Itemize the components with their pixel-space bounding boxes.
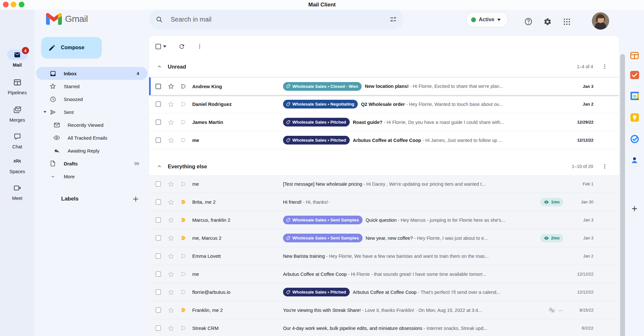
select-caret-icon[interactable] (163, 45, 166, 48)
email-checkbox[interactable] (156, 84, 161, 89)
sidebar-item-sent[interactable]: Sent (36, 106, 147, 118)
email-row[interactable]: me, Marcus 2Wholesale Sales • Sent Sampl… (149, 229, 619, 247)
pipeline-stage-badge[interactable]: Wholesale Sales • Sent Samples (283, 234, 363, 242)
star-icon[interactable] (167, 289, 175, 296)
refresh-button[interactable] (176, 41, 187, 52)
sidebar-item-awaiting-reply[interactable]: Awaiting Reply (36, 144, 147, 157)
rail-item-chat[interactable]: Chat (0, 131, 34, 149)
pipeline-stage-badge[interactable]: Wholesale Sales • Pitched (283, 136, 350, 145)
collapse-chevron-icon[interactable] (156, 64, 163, 69)
email-row[interactable]: florrie@arbutus.ioWholesale Sales • Pitc… (149, 283, 619, 301)
star-icon[interactable] (167, 101, 175, 108)
email-checkbox[interactable] (156, 101, 161, 107)
star-icon[interactable] (167, 137, 175, 144)
importance-marker-icon[interactable] (180, 83, 187, 90)
pipeline-stage-badge[interactable]: Wholesale Sales • Pitched (283, 288, 350, 296)
star-icon[interactable] (167, 325, 175, 332)
email-row[interactable]: Marcus, franklin 2Wholesale Sales • Sent… (149, 211, 619, 229)
star-icon[interactable] (167, 253, 175, 260)
pipeline-stage-badge[interactable]: Wholesale Sales • Sent Samples (283, 216, 363, 224)
email-row[interactable]: Franklin, me 2You're viewing this with S… (149, 301, 619, 319)
search-options-icon[interactable] (389, 15, 397, 23)
importance-marker-icon[interactable] (180, 234, 187, 242)
search-input[interactable] (170, 15, 389, 23)
search-bar[interactable] (149, 9, 403, 29)
sidebar-item-inbox[interactable]: Inbox4 (36, 67, 147, 80)
importance-marker-icon[interactable] (180, 216, 187, 224)
importance-marker-icon[interactable] (180, 136, 187, 144)
add-label-button[interactable] (131, 194, 140, 204)
streak-tracking-button[interactable] (628, 69, 641, 81)
settings-button[interactable] (542, 16, 553, 27)
importance-marker-icon[interactable] (180, 270, 187, 278)
importance-marker-icon[interactable] (180, 180, 187, 188)
star-icon[interactable] (167, 217, 175, 224)
pipeline-stage-badge[interactable]: Wholesale Sales • Negotiating (283, 100, 358, 108)
sidebar-item-recently-viewed[interactable]: Recently Viewed (36, 118, 147, 131)
keep-button[interactable] (628, 111, 641, 124)
rail-item-mail[interactable]: 4Mail (0, 50, 34, 68)
email-checkbox[interactable] (156, 137, 161, 143)
importance-marker-icon[interactable] (180, 252, 187, 260)
section-menu-button[interactable] (600, 62, 609, 71)
streak-pipelines-button[interactable] (628, 49, 641, 62)
email-row[interactable]: James MartinWholesale Sales • PitchedRoa… (149, 113, 619, 131)
select-all-checkbox[interactable] (156, 44, 161, 49)
email-checkbox[interactable] (156, 253, 161, 259)
sidebar-item-snoozed[interactable]: Snoozed (36, 93, 147, 106)
importance-marker-icon[interactable] (180, 288, 187, 296)
collapse-triangle-icon[interactable] (41, 111, 49, 113)
sidebar-item-all-tracked[interactable]: All Tracked Emails (36, 131, 147, 144)
email-row[interactable]: Brita, me 2Hi friend! - Hi, thanks!·1moJ… (149, 193, 619, 211)
importance-marker-icon[interactable] (180, 118, 187, 126)
star-icon[interactable] (167, 119, 175, 126)
email-checkbox[interactable] (156, 217, 161, 223)
section-menu-button[interactable] (600, 162, 609, 171)
importance-marker-icon[interactable] (180, 324, 187, 332)
importance-marker-icon[interactable] (180, 306, 187, 314)
email-row[interactable]: me[Test message] New wholesale pricing -… (149, 175, 619, 193)
sidebar-item-drafts[interactable]: Drafts99 (36, 157, 147, 170)
star-icon[interactable] (167, 271, 175, 278)
email-checkbox[interactable] (156, 119, 161, 125)
rail-item-pipelines[interactable]: Pipelines (0, 77, 34, 95)
email-row[interactable]: meArbutus Coffee at Coffee Coop - Hi Flo… (149, 265, 619, 283)
importance-marker-icon[interactable] (180, 198, 187, 206)
email-checkbox[interactable] (156, 307, 161, 313)
get-addons-button[interactable] (628, 202, 641, 215)
scrollbar[interactable] (620, 54, 625, 336)
status-dropdown[interactable]: Active (466, 12, 508, 27)
star-icon[interactable] (167, 235, 175, 242)
rail-item-merges[interactable]: Merges (0, 105, 34, 123)
email-checkbox[interactable] (156, 325, 161, 331)
pipeline-stage-badge[interactable]: Wholesale Sales • Pitched (283, 118, 350, 126)
star-icon[interactable] (167, 181, 175, 188)
apps-grid-button[interactable] (561, 16, 573, 27)
email-checkbox[interactable] (156, 235, 161, 241)
email-row[interactable]: Daniel RodriguezWholesale Sales • Negoti… (149, 95, 619, 113)
rail-item-spaces[interactable]: Spaces (0, 156, 34, 174)
importance-marker-icon[interactable] (180, 100, 187, 108)
email-row[interactable]: Streak CRMOur 4-day work week, bulk pipe… (149, 319, 619, 336)
star-icon[interactable] (167, 307, 175, 314)
pipeline-stage-badge[interactable]: Wholesale Sales • Closed - Won (283, 82, 362, 91)
email-checkbox[interactable] (156, 271, 161, 277)
sidebar-item-more[interactable]: More (36, 170, 147, 183)
email-row[interactable]: Emma LovettNew Barista training - Hey Fl… (149, 247, 619, 265)
email-row[interactable]: Andrew KingWholesale Sales • Closed - Wo… (149, 77, 619, 95)
compose-button[interactable]: Compose (41, 37, 102, 58)
star-icon[interactable] (167, 199, 175, 206)
email-checkbox[interactable] (156, 181, 161, 187)
tasks-button[interactable] (628, 133, 641, 145)
email-checkbox[interactable] (156, 199, 161, 205)
collapse-chevron-icon[interactable] (156, 164, 163, 169)
email-row[interactable]: meWholesale Sales • PitchedArbutus Coffe… (149, 131, 619, 149)
contacts-button[interactable] (628, 154, 641, 166)
rail-item-meet[interactable]: Meet (0, 183, 34, 201)
calendar-button[interactable]: 31 (628, 89, 641, 102)
star-icon[interactable] (167, 83, 175, 90)
help-button[interactable] (523, 16, 534, 27)
sidebar-item-starred[interactable]: Starred (36, 80, 147, 93)
search-icon[interactable] (156, 16, 163, 23)
more-button[interactable] (194, 41, 205, 52)
